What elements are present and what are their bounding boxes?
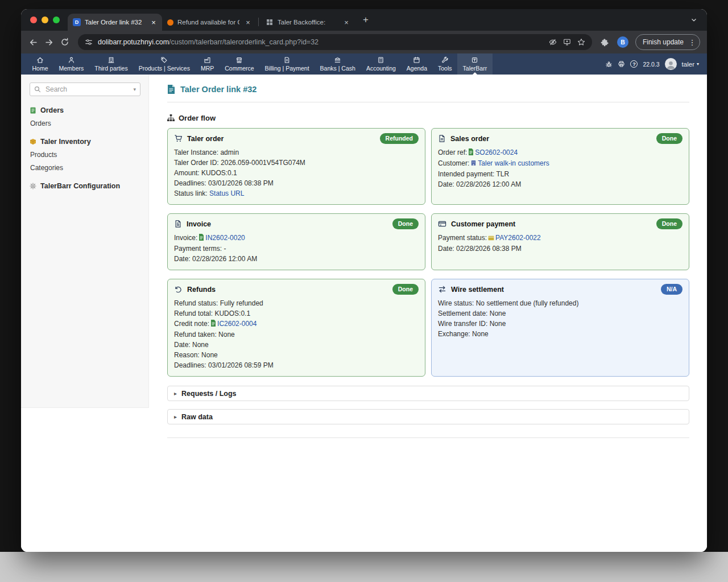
divider bbox=[167, 437, 689, 438]
nav-item-label: Accounting bbox=[366, 65, 396, 72]
nav-item-products-services[interactable]: Products | Services bbox=[133, 53, 195, 75]
sidebar-section-orders: Orders Orders bbox=[30, 106, 140, 127]
bank-icon bbox=[334, 56, 341, 64]
url-path: /custom/talerbarr/talerorderlink_card.ph… bbox=[169, 38, 318, 46]
browser-menu-icon[interactable]: ⋮ bbox=[688, 38, 697, 47]
minimize-window-button[interactable] bbox=[42, 16, 48, 23]
home-icon bbox=[36, 56, 44, 64]
nav-item-talerbarr[interactable]: TalerBarr bbox=[457, 53, 493, 75]
field-exchange: Exchange: None bbox=[438, 329, 682, 339]
close-window-button[interactable] bbox=[30, 16, 37, 23]
card-title: Refunds bbox=[187, 286, 216, 294]
sidebar-section-talerbarr-configuration-title[interactable]: TalerBarr Configuration bbox=[30, 182, 140, 190]
customer-link[interactable]: Taler walk-in customers bbox=[478, 159, 549, 167]
left-menu: ▾ Orders Orders Taler Inventory bbox=[21, 75, 149, 408]
field-refund-status: Refund status: Fully refunded bbox=[174, 298, 419, 308]
field-date: Date: 02/28/2026 12:00 AM bbox=[174, 254, 419, 264]
field-invoice-ref: Invoice:IN2602-0020 bbox=[174, 233, 419, 243]
address-bar[interactable]: dolibarr.potuzhnyi.com/custom/talerbarr/… bbox=[78, 34, 592, 50]
nav-item-accounting[interactable]: Accounting bbox=[361, 53, 401, 75]
help-icon[interactable]: ? bbox=[630, 60, 638, 68]
tab-title: Taler Backoffice: bbox=[278, 19, 338, 26]
version-label: 22.0.3 bbox=[643, 61, 659, 68]
sidebar-section-orders-title[interactable]: Orders bbox=[30, 106, 140, 114]
card-header: Customer payment Done bbox=[438, 218, 682, 229]
nav-item-commerce[interactable]: Commerce bbox=[220, 53, 259, 75]
status-url-link[interactable]: Status URL bbox=[209, 189, 244, 197]
page-title-row: Taler Order link #32 bbox=[167, 85, 689, 94]
nav-item-agenda[interactable]: Agenda bbox=[401, 53, 432, 75]
reload-button[interactable] bbox=[57, 35, 72, 49]
card-customer-payment: Customer payment Done Payment status:PAY… bbox=[431, 213, 689, 270]
requests-logs-toggle[interactable]: ▸ Requests / Logs bbox=[167, 386, 689, 401]
tab-search-chevron-icon[interactable] bbox=[686, 13, 701, 27]
fullscreen-window-button[interactable] bbox=[53, 16, 60, 23]
field-order-ref: Order ref:SO2602-0024 bbox=[438, 147, 682, 158]
sidebar-item-orders[interactable]: Orders bbox=[30, 119, 140, 127]
sales-order-link[interactable]: SO2602-0024 bbox=[475, 148, 518, 156]
user-avatar[interactable] bbox=[665, 58, 677, 70]
browser-window: D Taler Order link #32 × Refund availabl… bbox=[21, 9, 707, 552]
building-icon bbox=[107, 56, 115, 64]
field-refund-taken: Refund taken: None bbox=[174, 329, 419, 340]
forward-button[interactable] bbox=[42, 35, 56, 49]
order-flow-label: Order flow bbox=[179, 114, 216, 122]
sidebar-section-taler-inventory-title[interactable]: Taler Inventory bbox=[30, 138, 140, 146]
nav-item-billing-payment[interactable]: Billing | Payment bbox=[259, 53, 315, 75]
new-tab-button[interactable]: + bbox=[358, 13, 373, 27]
exchange-arrows-icon bbox=[438, 285, 446, 294]
nav-item-third-parties[interactable]: Third parties bbox=[89, 53, 133, 75]
invoice-link[interactable]: IN2602-0020 bbox=[205, 234, 245, 242]
search-caret-icon[interactable]: ▾ bbox=[133, 86, 136, 92]
file-icon bbox=[438, 134, 446, 143]
install-app-icon[interactable] bbox=[563, 38, 571, 46]
factory-icon bbox=[204, 56, 211, 64]
document-icon bbox=[167, 85, 175, 94]
finish-update-button[interactable]: Finish update ⋮ bbox=[635, 34, 700, 50]
extensions-icon[interactable] bbox=[598, 35, 613, 49]
field-date: Date: 02/28/2026 08:38 PM bbox=[438, 243, 682, 254]
nav-item-mrp[interactable]: MRP bbox=[195, 53, 219, 75]
search-input[interactable] bbox=[44, 85, 130, 94]
card-body: Wire status: No settlement due (fully re… bbox=[438, 298, 682, 339]
bookmark-star-icon[interactable] bbox=[577, 38, 585, 46]
raw-data-toggle[interactable]: ▸ Raw data bbox=[167, 409, 689, 424]
tab-taler-backoffice[interactable]: Taler Backoffice: × bbox=[260, 14, 355, 31]
close-tab-icon[interactable]: × bbox=[342, 18, 351, 27]
close-tab-icon[interactable]: × bbox=[243, 18, 253, 27]
payment-link[interactable]: PAY2602-0022 bbox=[495, 234, 541, 242]
tab-refund-available[interactable]: Refund available for Order fro × bbox=[162, 14, 257, 31]
search-box[interactable]: ▾ bbox=[30, 82, 140, 96]
card-invoice: Invoice Done Invoice:IN2602-0020 Payment… bbox=[167, 213, 425, 270]
extension-badge-icon[interactable]: B bbox=[617, 36, 628, 48]
back-button[interactable] bbox=[26, 35, 40, 49]
members-icon bbox=[68, 56, 75, 64]
url-text: dolibarr.potuzhnyi.com/custom/talerbarr/… bbox=[98, 38, 544, 46]
top-menu-right: ? 22.0.3 taler ▾ bbox=[605, 53, 707, 75]
credit-note-link[interactable]: IC2602-0004 bbox=[217, 320, 257, 328]
invoice-icon bbox=[174, 220, 182, 228]
content-blocked-icon[interactable] bbox=[549, 38, 557, 46]
field-payment-terms: Payment terms: - bbox=[174, 243, 419, 254]
section-title: Taler Inventory bbox=[40, 138, 91, 146]
tab-taler-order-link[interactable]: D Taler Order link #32 × bbox=[68, 14, 162, 31]
undo-refund-icon bbox=[174, 285, 183, 294]
triangle-right-icon: ▸ bbox=[174, 414, 177, 420]
card-header: Sales order Done bbox=[438, 133, 682, 144]
close-tab-icon[interactable]: × bbox=[149, 18, 158, 27]
debug-bug-icon[interactable] bbox=[605, 60, 613, 68]
talerbarr-module-icon bbox=[471, 56, 478, 64]
nav-item-tools[interactable]: Tools bbox=[433, 53, 458, 75]
nav-item-label: Home bbox=[32, 65, 48, 72]
user-menu[interactable]: taler ▾ bbox=[682, 61, 699, 68]
site-settings-icon[interactable] bbox=[85, 38, 93, 46]
nav-item-banks-cash[interactable]: Banks | Cash bbox=[315, 53, 361, 75]
nav-item-home[interactable]: Home bbox=[27, 53, 53, 75]
sidebar-item-products[interactable]: Products bbox=[30, 151, 140, 159]
print-icon[interactable] bbox=[618, 60, 625, 68]
document-icon bbox=[198, 234, 204, 243]
nav-item-label: Tools bbox=[438, 65, 452, 72]
sidebar-item-categories[interactable]: Categories bbox=[30, 164, 140, 172]
field-taler-order-id: Taler Order ID: 2026.059-0001V54TG074M bbox=[174, 158, 419, 168]
nav-item-members[interactable]: Members bbox=[53, 53, 89, 75]
